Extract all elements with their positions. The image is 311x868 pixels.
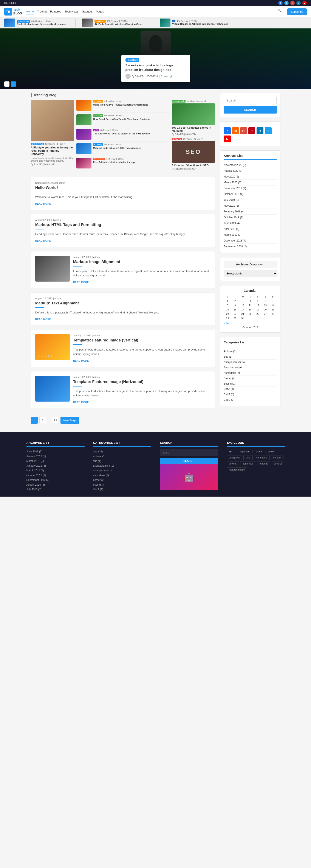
nav-tech-news[interactable]: Tech News [65, 9, 78, 14]
youtube-icon[interactable]: ▶ [302, 1, 307, 5]
archive-item-5[interactable]: October 2019 (4) [224, 191, 277, 197]
archive-item-8[interactable]: February 2019 (4) [224, 209, 277, 215]
cat-item-4[interactable]: Asmodeus (2) [224, 370, 277, 376]
social-rss-btn[interactable]: rss [232, 127, 239, 134]
tag-alignment[interactable]: alignment [238, 449, 253, 454]
cal-day-13[interactable]: 13 [262, 303, 269, 307]
cal-day-24[interactable]: 24 [239, 312, 246, 316]
tag-content[interactable]: content [271, 455, 283, 460]
cal-day-19[interactable]: 19 [254, 307, 262, 312]
tag-8bit[interactable]: 8BIT [227, 449, 236, 454]
social-youtube-btn[interactable]: ▶ [224, 135, 231, 143]
tag-chat[interactable]: chat [243, 455, 253, 460]
footer-archive-7[interactable]: August 2010 (3) [27, 483, 84, 487]
cal-day-14[interactable]: 14 [269, 303, 277, 307]
footer-cat-0[interactable]: aaaa (4) [93, 449, 151, 454]
cal-day-15[interactable]: 15 [224, 307, 231, 312]
cal-day-18[interactable]: 18 [246, 307, 254, 312]
cal-day-11[interactable]: 11 [246, 303, 254, 307]
footer-search-input[interactable] [160, 449, 218, 456]
hero-next-arrow[interactable]: › [11, 82, 16, 87]
cat-item-5[interactable]: Broder (4) [224, 376, 277, 381]
tag-featured-image[interactable]: featured image [227, 467, 247, 472]
tag-aside[interactable]: aside [254, 449, 264, 454]
footer-archive-0[interactable]: June 2019 (5) [27, 449, 84, 454]
read-more-1[interactable]: READ MORE [35, 202, 51, 205]
logo[interactable]: TB TechBLOG [4, 8, 22, 16]
social-pinterest-btn[interactable]: P [248, 127, 255, 134]
footer-cat-3[interactable]: antiquarianism (1) [93, 463, 151, 468]
archive-item-10[interactable]: June 2019 (4) [224, 220, 277, 226]
archive-item-1[interactable]: August 2020 (3) [224, 168, 277, 174]
cat-item-8[interactable]: Cat B (4) [224, 392, 277, 397]
footer-archive-2[interactable]: March 2012 (5) [27, 459, 84, 463]
cat-item-6[interactable]: Buying (1) [224, 381, 277, 386]
cat-item-0[interactable]: Aciform (1) [224, 349, 277, 354]
sidebar-search-button[interactable]: SEARCH [224, 106, 277, 114]
page-1-button[interactable]: 1 [31, 417, 38, 424]
footer-archive-5[interactable]: October 2010 (1) [27, 473, 84, 477]
archives-dropdown-select[interactable]: Select Month [224, 270, 277, 277]
tag-embeds[interactable]: embeds [257, 461, 270, 466]
archive-item-2[interactable]: May 2020 (5) [224, 174, 277, 180]
cal-day-2[interactable]: 2 [231, 299, 239, 303]
nav-featured[interactable]: Featured [50, 9, 61, 14]
read-more-3[interactable]: READ MORE [73, 281, 89, 284]
cat-item-3[interactable]: Arrangement (6) [224, 365, 277, 370]
cal-day-28[interactable]: 28 [269, 312, 277, 316]
cal-day-23[interactable]: 23 [231, 312, 239, 316]
cal-day-16[interactable]: 16 [231, 307, 239, 312]
cat-item-1[interactable]: Sub (1) [224, 354, 277, 360]
cal-day-30[interactable]: 30 [231, 316, 239, 320]
cal-day-1[interactable]: 1 [224, 299, 231, 303]
cal-day-10[interactable]: 10 [239, 303, 246, 307]
cat-item-7[interactable]: Cat A (3) [224, 386, 277, 392]
cal-day-12[interactable]: 12 [254, 303, 262, 307]
social-facebook-btn[interactable]: f [224, 127, 231, 134]
twitter-icon[interactable]: t [284, 1, 288, 5]
nav-treding[interactable]: Treding [37, 9, 47, 14]
cat-item-9[interactable]: Cat C (2) [224, 397, 277, 402]
footer-archive-1[interactable]: January 2013 (5) [27, 454, 84, 459]
cal-day-6[interactable]: 6 [262, 299, 269, 303]
cal-day-26[interactable]: 26 [254, 312, 262, 316]
archive-item-13[interactable]: December 2018 (4) [224, 238, 277, 244]
read-more-5[interactable]: READ MORE [73, 359, 89, 362]
tag-categories[interactable]: categories [227, 455, 242, 460]
page-2-button[interactable]: 2 [39, 417, 46, 424]
archive-item-12[interactable]: March 2019 (3) [224, 232, 277, 238]
footer-cat-5[interactable]: asmodeus (1) [93, 473, 151, 477]
cal-day-31[interactable]: 31 [239, 316, 246, 320]
cal-day-8[interactable]: 8 [224, 303, 231, 307]
footer-archive-3[interactable]: January 2012 (5) [27, 463, 84, 468]
page-12-button[interactable]: 12 [52, 417, 59, 424]
tag-excerpt[interactable]: excerpt [272, 461, 284, 466]
social-twitter-btn[interactable]: t [265, 127, 272, 134]
footer-cat-6[interactable]: border (2) [93, 477, 151, 483]
footer-search-button[interactable]: SEARCH [160, 458, 218, 464]
social-linkedin-btn[interactable]: in [256, 127, 264, 134]
archive-item-11[interactable]: April 2019 (1) [224, 226, 277, 232]
next-page-button[interactable]: Next Page [61, 417, 79, 424]
linkedin-icon[interactable]: in [297, 1, 301, 5]
tag-dowork[interactable]: dowork [227, 461, 239, 466]
cal-day-9[interactable]: 9 [231, 303, 239, 307]
cal-day-17[interactable]: 17 [239, 307, 246, 312]
tag-edge-case[interactable]: edge case [240, 461, 256, 466]
footer-cat-1[interactable]: aciform (1) [93, 454, 151, 459]
archive-item-14[interactable]: September 2018 (2) [224, 244, 277, 249]
google-plus-icon[interactable]: g [290, 1, 295, 5]
archive-item-9[interactable]: October 2019 (2) [224, 215, 277, 220]
nav-pages[interactable]: Pages [96, 9, 104, 14]
social-gplus-btn[interactable]: g+ [240, 127, 247, 134]
footer-archive-4[interactable]: March 2011 (1) [27, 468, 84, 473]
footer-archive-6[interactable]: September 2010 (2) [27, 477, 84, 483]
footer-cat-8[interactable]: Cat A (1) [93, 487, 151, 492]
read-more-6[interactable]: READ MORE [73, 401, 89, 404]
read-more-4[interactable]: READ MORE [35, 318, 51, 321]
tag-audio[interactable]: audio [266, 449, 276, 454]
archive-item-0[interactable]: November 2020 (2) [224, 162, 277, 168]
nav-search-icon[interactable]: 🔍 [278, 9, 283, 14]
tag-comments[interactable]: comments [254, 455, 270, 460]
cal-day-20[interactable]: 20 [262, 307, 269, 312]
